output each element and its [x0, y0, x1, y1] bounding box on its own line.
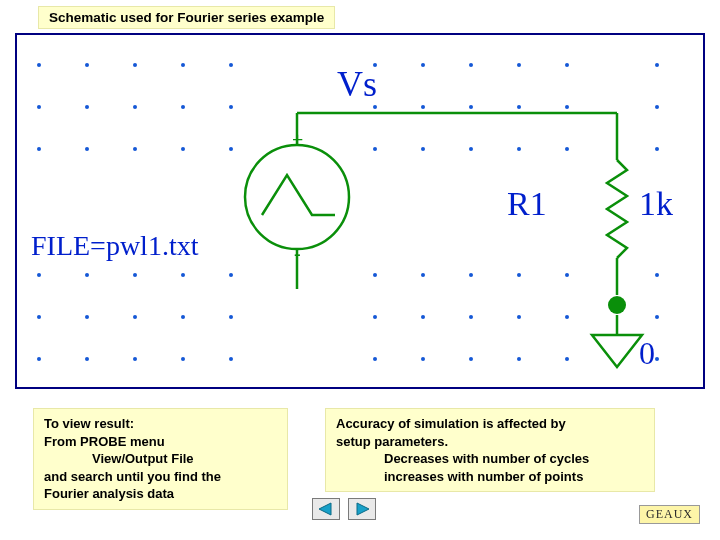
triangle-left-icon	[317, 502, 335, 516]
note1-line4: and search until you find the	[44, 469, 221, 484]
note1-line5: Fourier analysis data	[44, 486, 174, 501]
note-accuracy: Accuracy of simulation is affected by se…	[325, 408, 655, 492]
schematic-canvas: // placeholder; real dots injected below…	[15, 33, 705, 389]
prev-button[interactable]	[312, 498, 340, 520]
note1-line2: From PROBE menu	[44, 434, 165, 449]
svg-marker-8	[319, 503, 331, 515]
source-plus: +	[292, 129, 303, 152]
label-ground: 0	[639, 335, 655, 372]
label-vs: Vs	[337, 63, 377, 105]
note1-line1: To view result:	[44, 416, 134, 431]
label-file: FILE=pwl1.txt	[31, 230, 198, 262]
note2-line3: Decreases with number of cycles	[336, 450, 644, 468]
page-title: Schematic used for Fourier series exampl…	[38, 6, 335, 29]
note2-line2: setup parameters.	[336, 434, 448, 449]
note2-line1: Accuracy of simulation is affected by	[336, 416, 566, 431]
triangle-right-icon	[353, 502, 371, 516]
node-dot	[608, 296, 626, 314]
svg-marker-7	[592, 335, 642, 367]
note-view-result: To view result: From PROBE menu View/Out…	[33, 408, 288, 510]
svg-point-3	[245, 145, 349, 249]
note2-line4: increases with number of points	[336, 468, 644, 486]
nav-controls	[312, 498, 376, 520]
brand-badge: GEAUX	[639, 505, 700, 524]
page-title-text: Schematic used for Fourier series exampl…	[49, 10, 324, 25]
source-minus: -	[294, 242, 301, 265]
svg-marker-9	[357, 503, 369, 515]
brand-text: GEAUX	[646, 507, 693, 521]
next-button[interactable]	[348, 498, 376, 520]
label-r1: R1	[507, 185, 547, 223]
label-r1-value: 1k	[639, 185, 673, 223]
note1-line3: View/Output File	[44, 450, 277, 468]
